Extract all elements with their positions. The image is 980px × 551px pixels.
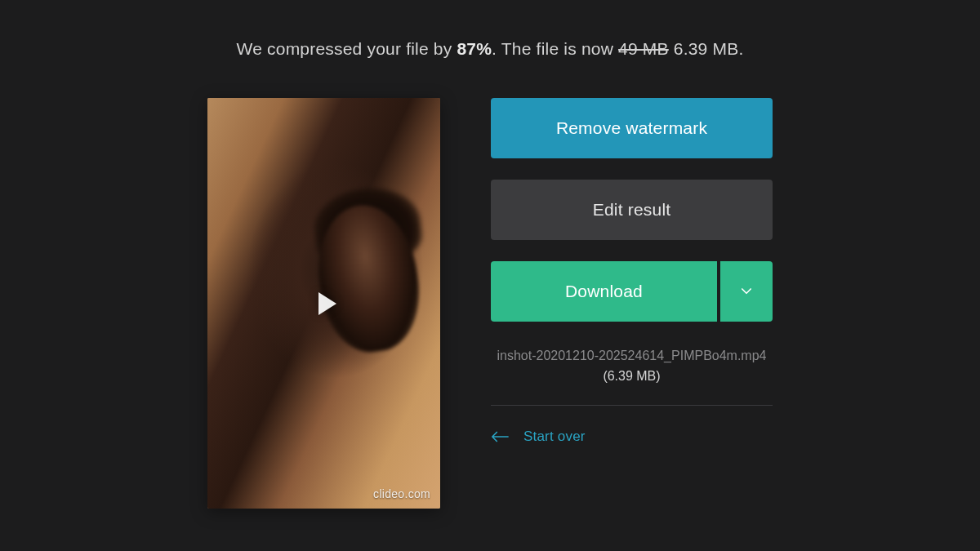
edit-result-button[interactable]: Edit result bbox=[491, 180, 773, 240]
download-options-button[interactable] bbox=[720, 261, 773, 322]
status-old-size: 49 MB bbox=[618, 39, 669, 58]
file-name: inshot-20201210-202524614_PIMPBo4m.mp4 bbox=[497, 349, 766, 362]
video-preview[interactable]: clideo.com bbox=[207, 98, 440, 509]
file-info: inshot-20201210-202524614_PIMPBo4m.mp4 (… bbox=[491, 343, 773, 406]
compression-status: We compressed your file by 87%. The file… bbox=[0, 39, 980, 59]
file-size: (6.39 MB) bbox=[603, 369, 660, 383]
start-over-label: Start over bbox=[523, 429, 586, 445]
status-percent: 87% bbox=[457, 39, 492, 58]
download-button[interactable]: Download bbox=[491, 261, 717, 322]
status-mid: . The file is now bbox=[492, 39, 618, 58]
status-suffix: . bbox=[738, 39, 743, 58]
arrow-left-icon bbox=[491, 431, 509, 442]
chevron-down-icon bbox=[739, 284, 754, 299]
status-prefix: We compressed your file by bbox=[237, 39, 457, 58]
video-watermark: clideo.com bbox=[373, 487, 430, 500]
start-over-link[interactable]: Start over bbox=[491, 429, 773, 445]
play-icon[interactable] bbox=[318, 292, 336, 315]
status-new-size: 6.39 MB bbox=[674, 39, 739, 58]
remove-watermark-button[interactable]: Remove watermark bbox=[491, 98, 773, 158]
